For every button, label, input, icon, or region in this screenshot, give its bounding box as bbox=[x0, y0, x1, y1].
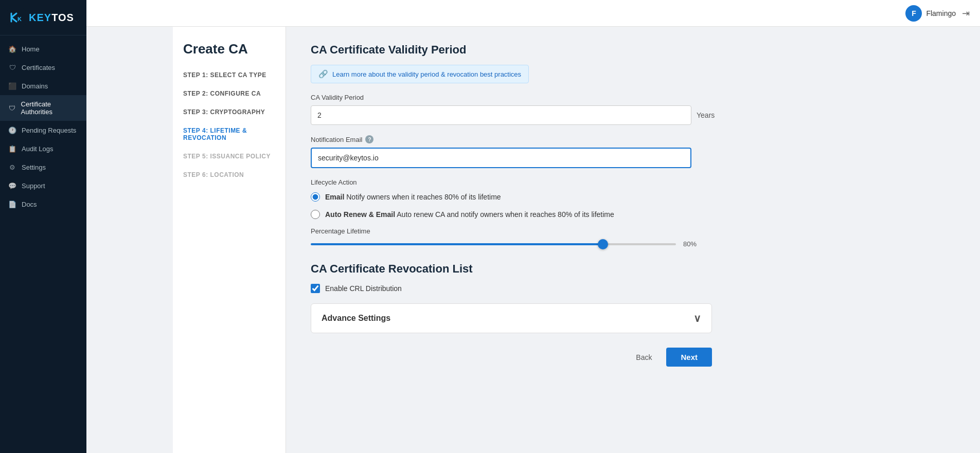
validity-period-input[interactable] bbox=[311, 105, 691, 125]
support-icon: 💬 bbox=[8, 182, 16, 190]
user-name: Flamingo bbox=[926, 9, 956, 17]
info-link-text: Learn more about the validity period & r… bbox=[332, 70, 521, 78]
sidebar-item-certificate-authorities[interactable]: 🛡 Certificate Authorities bbox=[0, 95, 86, 121]
revocation-section-title: CA Certificate Revocation List bbox=[311, 262, 955, 276]
next-button[interactable]: Next bbox=[666, 348, 712, 367]
slider-percentage: 80% bbox=[683, 240, 702, 248]
svg-text:K: K bbox=[17, 16, 22, 22]
advance-settings-accordion[interactable]: Advance Settings ∨ bbox=[311, 303, 712, 333]
docs-icon: 📄 bbox=[8, 200, 16, 208]
sidebar-item-certificates[interactable]: 🛡 Certificates bbox=[0, 58, 86, 77]
home-icon: 🏠 bbox=[8, 45, 16, 53]
lifecycle-option-auto-renew: Auto Renew & Email Auto renew CA and not… bbox=[311, 210, 955, 219]
sidebar-nav: 🏠 Home 🛡 Certificates ⬛ Domains 🛡 Certif… bbox=[0, 35, 86, 453]
ca-icon: 🛡 bbox=[8, 104, 16, 112]
topbar: F Flamingo ⇥ bbox=[86, 0, 980, 27]
step-3: STEP 3: CRYPTOGRAPHY bbox=[183, 108, 275, 116]
domains-icon: ⬛ bbox=[8, 82, 16, 90]
help-icon[interactable]: ? bbox=[365, 135, 373, 143]
notification-email-input[interactable] bbox=[311, 148, 691, 168]
lifecycle-email-label[interactable]: Email Notify owners when it reaches 80% … bbox=[325, 193, 501, 201]
validity-period-label: CA Validity Period bbox=[311, 94, 955, 101]
enable-crl-label[interactable]: Enable CRL Distribution bbox=[325, 284, 402, 293]
sidebar-item-docs[interactable]: 📄 Docs bbox=[0, 195, 86, 213]
sidebar-item-pending-requests[interactable]: 🕐 Pending Requests bbox=[0, 121, 86, 139]
validity-section-title: CA Certificate Validity Period bbox=[311, 43, 955, 57]
enable-crl-checkbox[interactable] bbox=[311, 284, 320, 293]
page-title: Create CA bbox=[183, 41, 275, 57]
keytos-logo-icon: K bbox=[7, 8, 26, 27]
validity-period-row: Years bbox=[311, 105, 955, 125]
lifecycle-email-radio[interactable] bbox=[311, 192, 320, 202]
lifecycle-label: Lifecycle Action bbox=[311, 178, 955, 186]
accordion-header[interactable]: Advance Settings ∨ bbox=[311, 304, 711, 333]
info-banner[interactable]: 🔗 Learn more about the validity period &… bbox=[311, 65, 529, 83]
slider-thumb bbox=[598, 239, 608, 249]
step-6: STEP 6: LOCATION bbox=[183, 171, 275, 178]
logout-icon[interactable]: ⇥ bbox=[962, 8, 970, 19]
percentage-lifetime-section: Percentage Lifetime 80% bbox=[311, 227, 955, 248]
sidebar-item-domains[interactable]: ⬛ Domains bbox=[0, 77, 86, 95]
certificates-icon: 🛡 bbox=[8, 63, 16, 71]
logo: K KEYTOS bbox=[0, 0, 86, 35]
stepper-panel: Create CA STEP 1: SELECT CA TYPE STEP 2:… bbox=[173, 27, 286, 453]
slider-track bbox=[311, 243, 676, 245]
slider-row: 80% bbox=[311, 240, 955, 248]
back-button[interactable]: Back bbox=[629, 349, 659, 366]
crl-checkbox-row: Enable CRL Distribution bbox=[311, 284, 955, 293]
sidebar-item-audit-logs[interactable]: 📋 Audit Logs bbox=[0, 139, 86, 158]
settings-icon: ⚙ bbox=[8, 163, 16, 171]
sidebar-item-settings[interactable]: ⚙ Settings bbox=[0, 158, 86, 176]
sidebar-item-support[interactable]: 💬 Support bbox=[0, 176, 86, 195]
lifecycle-option-email: Email Notify owners when it reaches 80% … bbox=[311, 192, 955, 202]
svg-rect-0 bbox=[7, 8, 26, 27]
external-link-icon: 🔗 bbox=[318, 69, 328, 79]
step-2: STEP 2: CONFIGURE CA bbox=[183, 90, 275, 97]
sidebar: K KEYTOS 🏠 Home 🛡 Certificates ⬛ Domains… bbox=[0, 0, 86, 453]
form-area: CA Certificate Validity Period 🔗 Learn m… bbox=[286, 27, 980, 453]
audit-icon: 📋 bbox=[8, 144, 16, 153]
user-menu[interactable]: F Flamingo bbox=[905, 5, 956, 22]
logo-text: KEYTOS bbox=[29, 12, 74, 24]
percentage-lifetime-label: Percentage Lifetime bbox=[311, 227, 955, 235]
sidebar-item-home[interactable]: 🏠 Home bbox=[0, 40, 86, 58]
validity-unit: Years bbox=[697, 111, 715, 119]
chevron-down-icon: ∨ bbox=[693, 312, 701, 324]
accordion-title: Advance Settings bbox=[322, 314, 390, 323]
lifecycle-autorenew-label[interactable]: Auto Renew & Email Auto renew CA and not… bbox=[325, 210, 614, 219]
notification-email-label: Notification Email ? bbox=[311, 135, 955, 143]
lifecycle-autorenew-radio[interactable] bbox=[311, 210, 320, 219]
step-4: STEP 4: LIFETIME & REVOCATION bbox=[183, 127, 275, 141]
step-1: STEP 1: SELECT CA TYPE bbox=[183, 71, 275, 79]
form-footer: Back Next bbox=[311, 348, 712, 367]
main-content: Create CA STEP 1: SELECT CA TYPE STEP 2:… bbox=[173, 27, 980, 453]
avatar: F bbox=[905, 5, 922, 22]
step-5: STEP 5: ISSUANCE POLICY bbox=[183, 153, 275, 160]
pending-icon: 🕐 bbox=[8, 126, 16, 134]
